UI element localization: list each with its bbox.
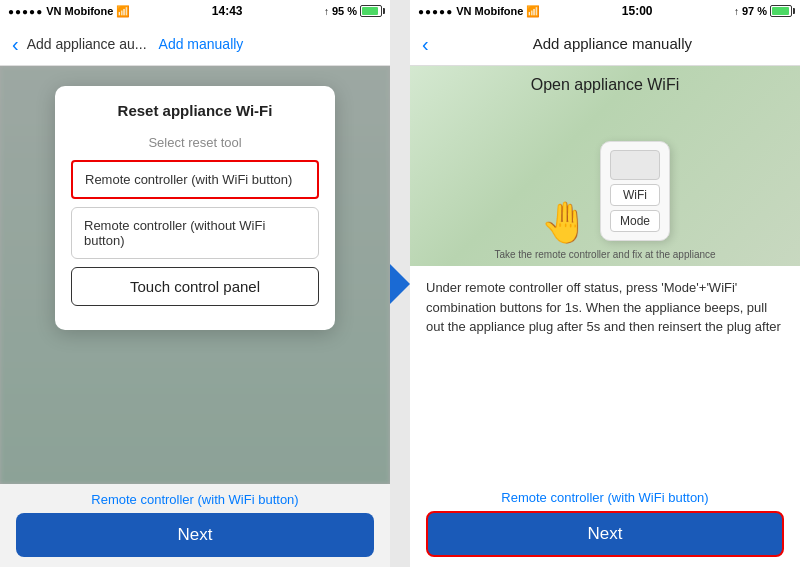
- right-wifi-icon: 📶: [526, 5, 540, 18]
- right-carrier-name: VN Mobifone: [456, 5, 523, 17]
- right-status-bar: ●●●●● VN Mobifone 📶 15:00 ↑ 97 %: [410, 0, 800, 22]
- right-bottom: Remote controller (with WiFi button) Nex…: [410, 484, 800, 567]
- right-status-left: ●●●●● VN Mobifone 📶: [418, 5, 540, 18]
- right-status-right: ↑ 97 %: [734, 5, 792, 17]
- wifi-icon: 📶: [116, 5, 130, 18]
- remote-device: WiFi Mode: [600, 141, 670, 241]
- right-arrow-icon: [390, 264, 410, 304]
- remote-wifi-btn: WiFi: [610, 184, 660, 206]
- battery-icon: [360, 5, 382, 17]
- right-battery-icon: [770, 5, 792, 17]
- option-remote-no-wifi[interactable]: Remote controller (without WiFi button): [71, 207, 319, 259]
- option-touch-panel[interactable]: Touch control panel: [71, 267, 319, 306]
- dialog-overlay: Reset appliance Wi-Fi Select reset tool …: [0, 66, 390, 484]
- left-page-content: combination buttons for 1s. Once the app…: [0, 66, 390, 484]
- remote-mode-btn: Mode: [610, 210, 660, 232]
- right-signal-dots: ●●●●●: [418, 6, 453, 17]
- right-back-button[interactable]: ‹: [422, 34, 429, 54]
- location-icon: ↑: [324, 6, 329, 17]
- right-nav-title: Add appliance manually: [437, 35, 788, 52]
- left-nav-subtitle[interactable]: Add manually: [159, 36, 244, 52]
- image-caption: Take the remote controller and fix at th…: [410, 249, 800, 260]
- dialog-title: Reset appliance Wi-Fi: [71, 102, 319, 119]
- image-title: Open appliance WiFi: [410, 76, 800, 94]
- right-battery-pct-label: 97: [742, 5, 754, 17]
- remote-top: [610, 150, 660, 180]
- right-nav-bar: ‹ Add appliance manually: [410, 22, 800, 66]
- right-time: 15:00: [622, 4, 653, 18]
- right-panel: ●●●●● VN Mobifone 📶 15:00 ↑ 97 % ‹ Add a…: [410, 0, 800, 567]
- right-next-button[interactable]: Next: [426, 511, 784, 557]
- left-panel: ●●●●● VN Mobifone 📶 14:43 ↑ 95 % ‹ Add a…: [0, 0, 390, 567]
- right-bottom-link[interactable]: Remote controller (with WiFi button): [426, 490, 784, 505]
- battery-pct-label: 95: [332, 5, 344, 17]
- dialog-box: Reset appliance Wi-Fi Select reset tool …: [55, 86, 335, 330]
- left-bottom: Remote controller (with WiFi button) Nex…: [0, 484, 390, 567]
- battery-fill: [362, 7, 378, 15]
- left-status-left: ●●●●● VN Mobifone 📶: [8, 5, 130, 18]
- left-nav-title: Add appliance au...: [27, 36, 147, 52]
- signal-dots: ●●●●●: [8, 6, 43, 17]
- left-time: 14:43: [212, 4, 243, 18]
- hand-icon: 🤚: [540, 199, 590, 246]
- left-bottom-link[interactable]: Remote controller (with WiFi button): [16, 492, 374, 507]
- appliance-image-area: Open appliance WiFi 🤚 WiFi Mode Take the…: [410, 66, 800, 266]
- right-battery-fill: [772, 7, 789, 15]
- right-instructions: Under remote controller off status, pres…: [410, 266, 800, 484]
- left-nav-bar: ‹ Add appliance au... Add manually: [0, 22, 390, 66]
- left-back-button[interactable]: ‹: [12, 34, 19, 54]
- carrier-name: VN Mobifone: [46, 5, 113, 17]
- right-battery-pct-symbol: %: [757, 5, 767, 17]
- right-location-icon: ↑: [734, 6, 739, 17]
- left-next-button[interactable]: Next: [16, 513, 374, 557]
- dialog-section-title: Select reset tool: [71, 135, 319, 150]
- option-remote-wifi[interactable]: Remote controller (with WiFi button): [71, 160, 319, 199]
- battery-pct-symbol: %: [347, 5, 357, 17]
- remote-illustration: 🤚 WiFi Mode: [540, 121, 670, 241]
- left-status-right: ↑ 95 %: [324, 5, 382, 17]
- arrow-container: [390, 0, 410, 567]
- left-status-bar: ●●●●● VN Mobifone 📶 14:43 ↑ 95 %: [0, 0, 390, 22]
